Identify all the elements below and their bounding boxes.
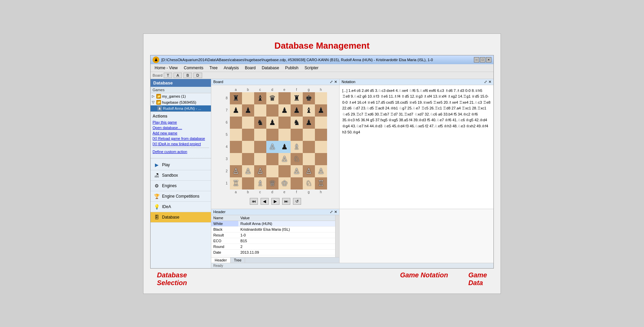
square-a3[interactable] — [230, 153, 242, 165]
square-a5[interactable] — [230, 129, 242, 141]
square-c7[interactable] — [254, 104, 266, 117]
square-h2[interactable]: ♙ — [315, 165, 327, 177]
square-d5[interactable] — [266, 129, 278, 141]
nav-item-database[interactable]: 🗄 Database — [151, 212, 211, 223]
square-a7[interactable]: ♟ — [230, 104, 242, 117]
table-row-black[interactable]: Black Kristinardottir Elsa Maria (ISL) — [211, 226, 335, 232]
square-c2[interactable]: ♙ — [254, 165, 266, 177]
square-f6[interactable]: ♞ — [291, 117, 303, 129]
square-e1[interactable]: ♔ — [278, 177, 291, 190]
square-e8[interactable] — [278, 92, 291, 104]
square-d1[interactable]: ♕ — [266, 177, 278, 190]
square-h8[interactable] — [315, 92, 327, 104]
header-close-icon[interactable]: ✕ — [334, 210, 337, 214]
notation-text[interactable]: [...] 1.e4 c6 2.d4 d5 3.♘c3 dxe4 4.♘xe4 … — [340, 85, 493, 209]
square-f2[interactable]: ♙ — [291, 165, 303, 177]
tree-item-hugebase[interactable]: ▽ 📁 hugebase (5369455) — [151, 99, 211, 105]
square-a4[interactable] — [230, 141, 242, 153]
square-g7[interactable]: ♝ — [303, 104, 315, 117]
square-c1[interactable]: ♗ — [254, 177, 266, 190]
menu-scripter[interactable]: Scripter — [302, 65, 321, 71]
square-f3[interactable]: ♘ — [291, 153, 303, 165]
toolbar-tab-a[interactable]: A — [173, 73, 182, 78]
row-value-white[interactable]: Rudolf Anna (HUN) — [238, 221, 335, 226]
close-button[interactable]: ✕ — [486, 57, 491, 62]
square-g1[interactable]: ♘ — [303, 177, 315, 190]
square-h1[interactable]: ♖ — [315, 177, 327, 190]
square-d2[interactable] — [266, 165, 278, 177]
action-add-game[interactable]: Add new game — [153, 131, 209, 135]
square-b3[interactable] — [242, 153, 254, 165]
header-scrollbar[interactable] — [335, 215, 339, 257]
toolbar-tab-b[interactable]: B — [183, 73, 192, 78]
table-row-white[interactable]: White Rudolf Anna (HUN) — [211, 221, 335, 226]
square-g4[interactable] — [303, 141, 315, 153]
nav-item-sandbox[interactable]: 🏖 Sandbox — [151, 170, 211, 181]
square-h6[interactable] — [315, 117, 327, 129]
square-e2[interactable] — [278, 165, 291, 177]
square-b7[interactable]: ♟ — [242, 104, 254, 117]
tree-item-my-games[interactable]: ▷ 📁 my_games (1) — [151, 93, 211, 99]
table-row-eco[interactable]: ECO B15 — [211, 238, 335, 244]
square-e7[interactable]: ♟ — [278, 104, 291, 117]
board-close-icon[interactable]: ✕ — [334, 80, 337, 84]
restore-button[interactable]: □ — [480, 57, 485, 62]
square-g2[interactable]: ♙ — [303, 165, 315, 177]
square-h3[interactable] — [315, 153, 327, 165]
tab-header[interactable]: Header — [211, 257, 231, 263]
square-c5[interactable] — [254, 129, 266, 141]
prev-move-button[interactable]: ◀ — [261, 198, 269, 205]
square-b8[interactable] — [242, 92, 254, 104]
last-move-button[interactable]: ⏭ — [282, 198, 290, 205]
square-d3[interactable] — [266, 153, 278, 165]
square-d4[interactable]: ♙ — [266, 141, 278, 153]
square-e5[interactable] — [278, 129, 291, 141]
square-a6[interactable] — [230, 117, 242, 129]
menu-comments[interactable]: Comments — [181, 65, 206, 71]
square-c6[interactable]: ♞ — [254, 117, 266, 129]
toolbar-tab-d[interactable]: D — [193, 73, 202, 78]
square-c3[interactable] — [254, 153, 266, 165]
action-open-database[interactable]: Open database.... — [153, 125, 209, 130]
square-c8[interactable]: ♝ — [254, 92, 266, 104]
square-g6[interactable]: ♟ — [303, 117, 315, 129]
action-define-custom[interactable]: Define custom action — [153, 149, 209, 154]
minimize-button[interactable]: ─ — [474, 57, 479, 62]
menu-tree[interactable]: Tree — [207, 65, 220, 71]
next-move-button[interactable]: ▶ — [271, 198, 279, 205]
square-e3[interactable]: ♙ — [278, 153, 291, 165]
square-b4[interactable] — [242, 141, 254, 153]
notation-expand-icon[interactable]: ⤢ — [484, 80, 487, 84]
square-a8[interactable]: ♜ — [230, 92, 242, 104]
square-f8[interactable]: ♜ — [291, 92, 303, 104]
square-f7[interactable]: ♟ — [291, 104, 303, 117]
square-d8[interactable]: ♛ — [266, 92, 278, 104]
table-row-result[interactable]: Result 1-0 — [211, 232, 335, 238]
square-e6[interactable] — [278, 117, 291, 129]
nav-item-engines[interactable]: ⚙ Engines — [151, 181, 211, 191]
menu-board[interactable]: Board — [242, 65, 258, 71]
square-f5[interactable] — [291, 129, 303, 141]
square-b6[interactable] — [242, 117, 254, 129]
square-a2[interactable]: ♙ — [230, 165, 242, 177]
header-expand-icon[interactable]: ⤢ — [330, 210, 333, 214]
square-e4[interactable]: ♟ — [278, 141, 291, 153]
square-b1[interactable] — [242, 177, 254, 190]
menu-publish[interactable]: Publish — [283, 65, 301, 71]
board-expand-icon[interactable]: ⤢ — [330, 80, 333, 84]
square-d7[interactable] — [266, 104, 278, 117]
menu-analysis[interactable]: Analysis — [221, 65, 242, 71]
square-g5[interactable] — [303, 129, 315, 141]
notation-close-icon[interactable]: ✕ — [488, 80, 491, 84]
square-f1[interactable] — [291, 177, 303, 190]
menu-database[interactable]: Database — [259, 65, 281, 71]
tree-item-rudolf[interactable]: ♟ Rudolf Anna (HUN) - ... — [151, 105, 211, 111]
action-reload-game[interactable]: [X] Reload game from database — [153, 136, 209, 141]
square-g8[interactable]: ♚ — [303, 92, 315, 104]
tab-tree[interactable]: Tree — [231, 257, 245, 263]
nav-item-engine-competitions[interactable]: 🏆 Engine Competitions — [151, 191, 211, 202]
table-row-round[interactable]: Round 2 — [211, 244, 335, 249]
action-idea-linked[interactable]: [X] IDeA in new linked project — [153, 142, 209, 146]
action-play-game[interactable]: Play this game — [153, 120, 209, 125]
square-f4[interactable]: ♗ — [291, 141, 303, 153]
